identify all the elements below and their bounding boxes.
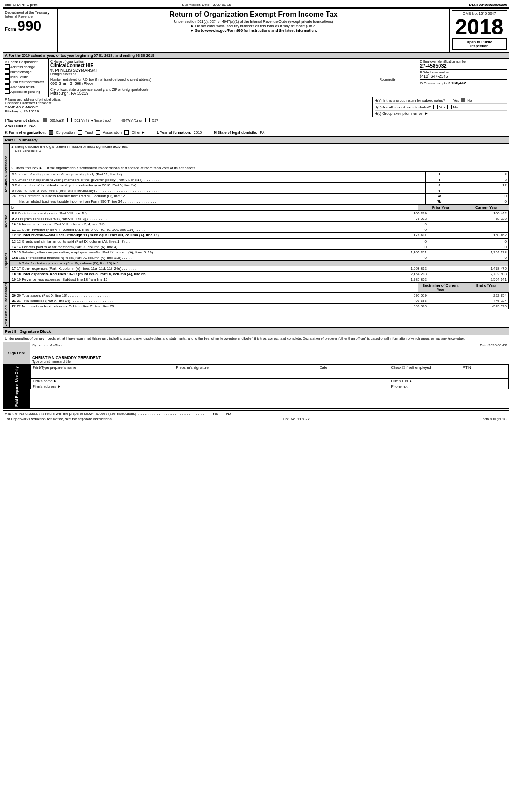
- initial-return-cb[interactable]: [5, 74, 10, 79]
- officer-name: CHRISTIAN CARMODY PRESIDENT: [32, 355, 507, 360]
- pp-ptin-label: PTIN: [461, 365, 508, 370]
- department-treasury: Department of the Treasury: [5, 10, 49, 15]
- line17-current: 1,478,475: [429, 266, 509, 272]
- i-527-cb[interactable]: [145, 118, 150, 122]
- line21-end: 746,324: [429, 298, 509, 304]
- line22-end: -523,370: [429, 304, 509, 309]
- line7b-label: Net unrelated business taxable income fr…: [10, 199, 426, 204]
- discuss-yes-cb[interactable]: [206, 412, 210, 416]
- hc-label: H(c) Group exemption number ►: [375, 112, 507, 116]
- table-row: 4 Number of independent voting members o…: [10, 177, 509, 183]
- po-city: Pittsburgh, PA 15219: [5, 109, 371, 113]
- table-row: 11 11 Other revenue (Part VIII, column (…: [10, 227, 509, 233]
- ha-no-cb[interactable]: [461, 98, 465, 102]
- ha-no-label: No: [467, 98, 472, 102]
- firm-name-label: Firm's name ►: [31, 378, 174, 384]
- line15-label: 15 15 Salaries, other compensation, empl…: [10, 250, 349, 255]
- line15-current: 1,254,128: [429, 250, 509, 255]
- line13-current: 0: [429, 239, 509, 244]
- line20-label: 20 20 Total assets (Part X, line 16) . .…: [10, 293, 349, 298]
- line17-label: 17 17 Other expenses (Part IX, column (A…: [10, 266, 349, 272]
- table-row: 9 9 Program service revenue (Part VIII, …: [10, 216, 509, 222]
- i-501c-cb[interactable]: [67, 118, 72, 122]
- ha-yes-cb[interactable]: [447, 98, 451, 102]
- beginning-year-header: Beginning of Current Year: [418, 283, 463, 292]
- table-row: Firm's address ► Phone no.: [31, 384, 509, 389]
- k-label: K Form of organization:: [5, 131, 46, 135]
- line13-label: 13 13 Grants and similar amounts paid (P…: [10, 239, 349, 244]
- open-public-box: Open to Public Inspection: [452, 38, 507, 50]
- line16b-label: b Total fundraising expenses (Part IX, c…: [10, 261, 509, 266]
- pp-print-name-label: Print/Type preparer's name: [31, 365, 174, 370]
- line22-label: 22 22 Net assets or fund balances. Subtr…: [10, 304, 349, 309]
- pp-sig-label: Preparer's signature: [174, 365, 317, 370]
- hb-label: H(b) Are all subordinates included?: [375, 105, 431, 109]
- j-label: J Website: ►: [5, 124, 28, 128]
- i-4947-cb[interactable]: [114, 118, 118, 122]
- address-change-cb[interactable]: [5, 64, 10, 69]
- table-row: 13 13 Grants and similar amounts paid (P…: [10, 239, 509, 244]
- table-row: b Total fundraising expenses (Part IX, c…: [10, 261, 509, 266]
- name-change-cb[interactable]: [5, 69, 10, 74]
- final-return-cb[interactable]: [5, 79, 10, 84]
- line4-val: 8: [453, 177, 508, 183]
- col-b-label: b: [10, 205, 418, 210]
- discuss-no-cb[interactable]: [220, 412, 224, 416]
- table-row: 8 8 Contributions and grants (Part VIII,…: [10, 211, 509, 216]
- c-label: C Name of organization: [50, 60, 416, 63]
- d-label: D Employer identification number: [420, 60, 507, 63]
- line15-prior: 1,105,371: [349, 250, 429, 255]
- i-501c-label: 501(c) ( ) ◄(insert no.): [74, 118, 111, 122]
- table-row: 5 Total number of individuals employed i…: [10, 183, 509, 188]
- line5-num: 5: [425, 183, 453, 188]
- main-title: Return of Organization Exempt From Incom…: [59, 10, 448, 19]
- k-assoc-label: Association: [103, 131, 122, 135]
- i-label: I Tax-exempt status:: [5, 118, 40, 122]
- k-corp-cb[interactable]: [49, 130, 53, 135]
- officer-title-label: Type or print name and title: [32, 360, 507, 363]
- line14-label: 14 14 Benefits paid to or for members (P…: [10, 244, 349, 250]
- k-trust-cb[interactable]: [78, 130, 82, 135]
- date-value: 2020-01-28: [488, 343, 507, 347]
- line1-value: See Schedule O: [11, 149, 507, 153]
- ein-value: 27-4585032: [420, 63, 507, 68]
- line3-label: 3 Number of voting members of the govern…: [10, 172, 426, 177]
- table-row: Net unrelated business taxable income fr…: [10, 199, 509, 204]
- amended-return-cb[interactable]: [5, 84, 10, 89]
- line18-label: 18 18 Total expenses. Add lines 13–17 (m…: [10, 272, 349, 277]
- firm-address-label: Firm's address ►: [31, 384, 174, 389]
- sub3: ► Go to www.irs.gov/Form990 for instruct…: [59, 29, 448, 33]
- table-row: 3 Number of voting members of the govern…: [10, 172, 509, 177]
- hb-yes-cb[interactable]: [433, 105, 438, 109]
- k-assoc-cb[interactable]: [96, 130, 100, 135]
- room-label: Room/suite: [380, 78, 416, 81]
- k-other-cb[interactable]: [124, 130, 129, 135]
- table-row: 10 10 Investment income (Part VIII, colu…: [10, 222, 509, 227]
- table-row: 19 19 Revenue less expenses. Subtract li…: [10, 277, 509, 282]
- table-row: 7a Total unrelated business revenue from…: [10, 194, 509, 199]
- part2-label: Part II: [5, 329, 16, 334]
- line21-beginning: 98,656: [349, 298, 429, 304]
- org-name: ClinicalConnect HIE: [50, 63, 416, 68]
- k-trust-label: Trust: [85, 131, 93, 135]
- line6-num: 6: [425, 188, 453, 194]
- table-row: Firm's name ► Firm's EIN ►: [31, 378, 509, 384]
- pp-check-label: Check □ if self-employed: [389, 365, 461, 370]
- cat-no: Cat. No. 11282Y: [283, 417, 310, 421]
- current-year-header: Current Year: [463, 205, 509, 210]
- line7b-num: 7b: [425, 199, 453, 204]
- ha-label: H(a) Is this a group return for subordin…: [375, 98, 445, 102]
- line9-current: 68,020: [429, 216, 509, 222]
- application-pending-cb[interactable]: [5, 89, 10, 94]
- hb-no-cb[interactable]: [447, 105, 452, 109]
- line7b-val: 0: [453, 199, 508, 204]
- line3-val: 8: [453, 172, 508, 177]
- discuss-no-label: No: [226, 412, 231, 416]
- table-row: 18 18 Total expenses. Add lines 13–17 (m…: [10, 272, 509, 277]
- line20-end: 222,954: [429, 293, 509, 298]
- line5-val: 12: [453, 183, 508, 188]
- i-501c3-cb[interactable]: [43, 118, 47, 122]
- line19-label: 19 19 Revenue less expenses. Subtract li…: [10, 277, 349, 282]
- line16a-prior: 0: [349, 255, 429, 261]
- doing-business-name: % PHYLLIS SZYMANSKI: [50, 68, 416, 73]
